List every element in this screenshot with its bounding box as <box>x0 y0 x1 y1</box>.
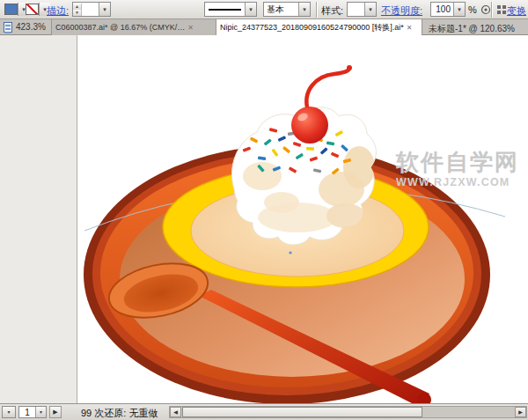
document-zoom-text: 423.3% <box>16 22 46 32</box>
zoom-level-dropdown[interactable]: ▾ <box>2 406 16 418</box>
tab-title: Nipic_24377523_20180909160524790000 [转换]… <box>220 22 404 33</box>
opacity-panel-link[interactable]: 不透明度: <box>381 4 422 18</box>
chevron-down-icon[interactable]: ▾ <box>99 3 110 16</box>
artboard-navigation-field[interactable]: 1 ▾ <box>18 406 47 418</box>
document-icon <box>4 22 12 33</box>
watermark-text: 软件自学网 <box>395 149 519 175</box>
stroke-weight-stepper[interactable]: ▲ ▼ <box>73 4 82 16</box>
close-tab-icon[interactable]: ✕ <box>407 24 413 32</box>
chevron-down-icon[interactable]: ▾ <box>35 407 46 417</box>
status-text: 99 次还原: 无重做 <box>81 407 158 420</box>
style-label: 样式: <box>321 4 343 18</box>
opacity-combo[interactable]: 100 ▾ <box>430 2 466 17</box>
watermark: 软件自学网 WWW.RJZXW.COM <box>395 149 519 188</box>
document-tab-bar: 423.3% C06000387.ai* @ 16.67% (CMYK/… ✕ … <box>0 19 528 35</box>
watermark-url-text: WWW.RJZXW.COM <box>396 176 510 188</box>
scrollbar-track[interactable] <box>181 407 515 417</box>
scroll-right-icon[interactable]: ▶ <box>515 407 526 417</box>
cherry <box>291 107 328 144</box>
anchor-point[interactable] <box>289 251 291 254</box>
percent-label: % <box>468 4 477 15</box>
toolbar-separator <box>316 2 317 18</box>
pasteboard[interactable] <box>0 35 77 403</box>
chevron-down-icon[interactable]: ▾ <box>453 3 465 16</box>
opacity-value[interactable]: 100 <box>431 4 453 14</box>
chevron-down-icon[interactable]: ▾ <box>364 3 376 16</box>
cherry-stem <box>306 69 349 111</box>
brush-definition-value: 基本 <box>264 4 298 16</box>
document-tab-1[interactable]: C06000387.ai* @ 16.67% (CMYK/… ✕ <box>51 19 216 35</box>
horizontal-scrollbar[interactable]: ◀ ▶ <box>169 406 527 418</box>
artboard-number[interactable]: 1 <box>19 408 35 417</box>
spinner-down-icon[interactable]: ▼ <box>73 10 81 16</box>
cherry-stem-tip <box>347 65 352 70</box>
stroke-panel-link[interactable]: 描边: <box>47 4 69 18</box>
tab-title: C06000387.ai* @ 16.67% (CMYK/… <box>55 23 185 32</box>
stroke-line-preview-icon <box>209 9 241 11</box>
close-tab-icon[interactable]: ✕ <box>187 24 194 32</box>
status-bar: ▾ 1 ▾ ▶ 99 次还原: 无重做 ◀ ▶ <box>0 403 528 420</box>
artwork-ice-cream-sundae[interactable]: 软件自学网 WWW.RJZXW.COM <box>77 35 528 403</box>
width-profile-dropdown[interactable]: ▾ <box>204 2 257 17</box>
illustrator-window: ▾ ▾ 描边: ▲ ▼ ▾ ▾ 基本 ▾ 样式: ▾ <box>0 0 528 420</box>
floating-document-title[interactable]: 未标题-1* @ 120.63% <box>429 23 515 35</box>
transform-panel-link[interactable]: 变换 <box>507 4 526 18</box>
fill-color-swatch[interactable] <box>4 4 18 15</box>
chevron-down-icon[interactable]: ▾ <box>3 407 15 417</box>
document-tab-2-active[interactable]: Nipic_24377523_20180909160524790000 [转换]… <box>216 19 422 35</box>
spinner-up-icon[interactable]: ▲ <box>73 4 81 10</box>
control-bar: ▾ ▾ 描边: ▲ ▼ ▾ ▾ 基本 ▾ 样式: ▾ <box>0 0 528 19</box>
graphic-style-dropdown[interactable]: ▾ <box>347 2 377 17</box>
artboard-canvas[interactable]: 软件自学网 WWW.RJZXW.COM <box>0 35 528 403</box>
scrollbar-thumb[interactable] <box>182 407 422 417</box>
toolbar-separator <box>491 2 492 18</box>
ice-cream[interactable] <box>232 65 377 245</box>
chevron-down-icon[interactable]: ▾ <box>298 3 310 16</box>
chevron-down-icon[interactable]: ▾ <box>245 3 256 16</box>
scroll-left-icon[interactable]: ◀ <box>170 407 181 417</box>
brush-definition-dropdown[interactable]: 基本 ▾ <box>263 2 311 17</box>
next-artboard-button[interactable]: ▶ <box>49 406 62 418</box>
stroke-weight-combo[interactable]: ▲ ▼ ▾ <box>72 2 111 17</box>
stroke-none-swatch[interactable] <box>26 4 39 15</box>
